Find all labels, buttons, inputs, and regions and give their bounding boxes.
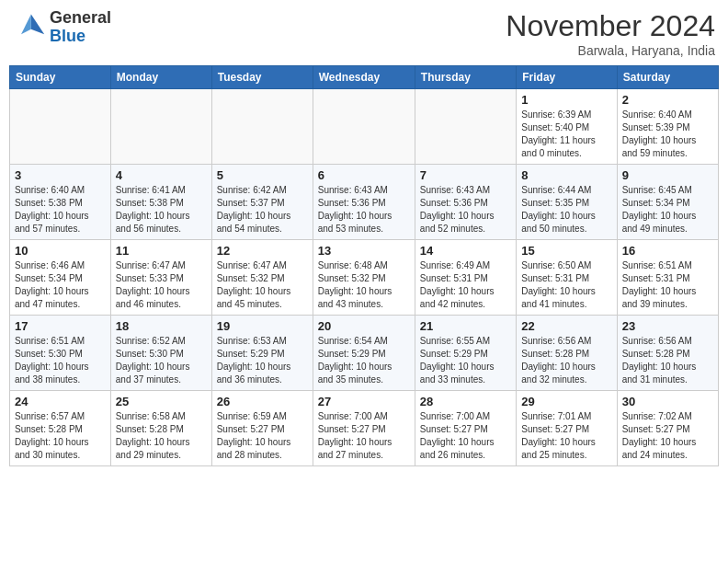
day-info: Sunrise: 6:40 AM Sunset: 5:39 PM Dayligh… xyxy=(622,109,713,160)
day-info: Sunrise: 6:46 AM Sunset: 5:34 PM Dayligh… xyxy=(15,259,106,311)
day-cell xyxy=(110,89,211,165)
day-number: 11 xyxy=(116,244,207,258)
day-number: 20 xyxy=(318,319,410,333)
weekday-header-friday: Friday xyxy=(517,66,617,89)
day-number: 25 xyxy=(116,395,207,408)
day-info: Sunrise: 6:56 AM Sunset: 5:28 PM Dayligh… xyxy=(622,335,713,386)
day-number: 9 xyxy=(622,168,713,182)
day-info: Sunrise: 6:43 AM Sunset: 5:36 PM Dayligh… xyxy=(318,184,410,236)
month-title: November 2024 xyxy=(506,9,715,43)
day-cell: 12Sunrise: 6:47 AM Sunset: 5:32 PM Dayli… xyxy=(211,240,313,316)
day-info: Sunrise: 6:44 AM Sunset: 5:35 PM Dayligh… xyxy=(521,184,611,236)
day-number: 30 xyxy=(622,395,713,408)
day-cell: 18Sunrise: 6:52 AM Sunset: 5:30 PM Dayli… xyxy=(110,316,211,391)
weekday-header-tuesday: Tuesday xyxy=(211,66,313,89)
day-cell: 3Sunrise: 6:40 AM Sunset: 5:38 PM Daylig… xyxy=(10,165,111,240)
day-number: 15 xyxy=(521,244,611,258)
day-number: 6 xyxy=(318,168,410,182)
day-number: 5 xyxy=(217,168,308,182)
day-cell: 13Sunrise: 6:48 AM Sunset: 5:32 PM Dayli… xyxy=(313,240,415,316)
day-cell: 25Sunrise: 6:58 AM Sunset: 5:28 PM Dayli… xyxy=(110,391,211,466)
day-cell: 29Sunrise: 7:01 AM Sunset: 5:27 PM Dayli… xyxy=(517,391,617,466)
day-number: 21 xyxy=(420,319,511,333)
day-number: 29 xyxy=(521,395,611,408)
day-cell xyxy=(211,89,313,165)
day-cell: 8Sunrise: 6:44 AM Sunset: 5:35 PM Daylig… xyxy=(517,165,617,240)
day-info: Sunrise: 7:02 AM Sunset: 5:27 PM Dayligh… xyxy=(622,410,713,462)
week-row-2: 3Sunrise: 6:40 AM Sunset: 5:38 PM Daylig… xyxy=(10,165,719,240)
day-cell xyxy=(415,89,516,165)
day-cell: 5Sunrise: 6:42 AM Sunset: 5:37 PM Daylig… xyxy=(211,165,313,240)
day-cell: 30Sunrise: 7:02 AM Sunset: 5:27 PM Dayli… xyxy=(617,391,718,466)
day-number: 17 xyxy=(15,319,106,333)
day-number: 18 xyxy=(116,319,207,333)
day-number: 8 xyxy=(521,168,611,182)
day-info: Sunrise: 6:45 AM Sunset: 5:34 PM Dayligh… xyxy=(622,184,713,236)
day-number: 1 xyxy=(521,93,611,107)
day-cell: 15Sunrise: 6:50 AM Sunset: 5:31 PM Dayli… xyxy=(517,240,617,316)
week-row-1: 1Sunrise: 6:39 AM Sunset: 5:40 PM Daylig… xyxy=(10,89,719,165)
day-cell: 19Sunrise: 6:53 AM Sunset: 5:29 PM Dayli… xyxy=(211,316,313,391)
day-cell: 10Sunrise: 6:46 AM Sunset: 5:34 PM Dayli… xyxy=(10,240,111,316)
weekday-header-saturday: Saturday xyxy=(617,66,718,89)
day-cell: 26Sunrise: 6:59 AM Sunset: 5:27 PM Dayli… xyxy=(211,391,313,466)
day-info: Sunrise: 6:48 AM Sunset: 5:32 PM Dayligh… xyxy=(318,259,410,311)
day-info: Sunrise: 6:51 AM Sunset: 5:30 PM Dayligh… xyxy=(15,335,106,386)
day-cell: 24Sunrise: 6:57 AM Sunset: 5:28 PM Dayli… xyxy=(10,391,111,466)
day-cell: 28Sunrise: 7:00 AM Sunset: 5:27 PM Dayli… xyxy=(415,391,516,466)
day-number: 19 xyxy=(217,319,308,333)
day-cell: 14Sunrise: 6:49 AM Sunset: 5:31 PM Dayli… xyxy=(415,240,516,316)
day-info: Sunrise: 6:54 AM Sunset: 5:29 PM Dayligh… xyxy=(318,335,410,386)
day-cell: 1Sunrise: 6:39 AM Sunset: 5:40 PM Daylig… xyxy=(517,89,617,165)
day-number: 10 xyxy=(15,244,106,258)
week-row-4: 17Sunrise: 6:51 AM Sunset: 5:30 PM Dayli… xyxy=(10,316,719,391)
day-number: 7 xyxy=(420,168,511,182)
title-block: November 2024 Barwala, Haryana, India xyxy=(506,9,715,58)
day-info: Sunrise: 6:40 AM Sunset: 5:38 PM Dayligh… xyxy=(15,184,106,236)
weekday-header-wednesday: Wednesday xyxy=(313,66,415,89)
day-info: Sunrise: 6:53 AM Sunset: 5:29 PM Dayligh… xyxy=(217,335,308,386)
day-number: 12 xyxy=(217,244,308,258)
day-info: Sunrise: 6:41 AM Sunset: 5:38 PM Dayligh… xyxy=(116,184,207,236)
day-info: Sunrise: 6:42 AM Sunset: 5:37 PM Dayligh… xyxy=(217,184,308,236)
weekday-header-monday: Monday xyxy=(110,66,211,89)
day-number: 14 xyxy=(420,244,511,258)
day-cell: 6Sunrise: 6:43 AM Sunset: 5:36 PM Daylig… xyxy=(313,165,415,240)
day-number: 22 xyxy=(521,319,611,333)
day-number: 26 xyxy=(217,395,308,408)
logo-general: General xyxy=(50,9,111,28)
weekday-header-thursday: Thursday xyxy=(415,66,516,89)
day-info: Sunrise: 6:55 AM Sunset: 5:29 PM Dayligh… xyxy=(420,335,511,386)
day-info: Sunrise: 6:57 AM Sunset: 5:28 PM Dayligh… xyxy=(15,410,106,462)
logo-icon xyxy=(13,11,46,44)
day-cell: 21Sunrise: 6:55 AM Sunset: 5:29 PM Dayli… xyxy=(415,316,516,391)
weekday-header-sunday: Sunday xyxy=(10,66,111,89)
logo-text: General Blue xyxy=(50,9,111,46)
day-number: 16 xyxy=(622,244,713,258)
week-row-3: 10Sunrise: 6:46 AM Sunset: 5:34 PM Dayli… xyxy=(10,240,719,316)
day-number: 13 xyxy=(318,244,410,258)
day-cell: 20Sunrise: 6:54 AM Sunset: 5:29 PM Dayli… xyxy=(313,316,415,391)
day-number: 28 xyxy=(420,395,511,408)
day-cell: 2Sunrise: 6:40 AM Sunset: 5:39 PM Daylig… xyxy=(617,89,718,165)
day-cell: 17Sunrise: 6:51 AM Sunset: 5:30 PM Dayli… xyxy=(10,316,111,391)
day-cell: 7Sunrise: 6:43 AM Sunset: 5:36 PM Daylig… xyxy=(415,165,516,240)
weekday-header-row: SundayMondayTuesdayWednesdayThursdayFrid… xyxy=(10,66,719,89)
day-info: Sunrise: 6:58 AM Sunset: 5:28 PM Dayligh… xyxy=(116,410,207,462)
svg-marker-0 xyxy=(31,14,44,34)
day-info: Sunrise: 6:49 AM Sunset: 5:31 PM Dayligh… xyxy=(420,259,511,311)
day-cell: 9Sunrise: 6:45 AM Sunset: 5:34 PM Daylig… xyxy=(617,165,718,240)
day-cell: 23Sunrise: 6:56 AM Sunset: 5:28 PM Dayli… xyxy=(617,316,718,391)
day-number: 2 xyxy=(622,93,713,107)
day-number: 3 xyxy=(15,168,106,182)
calendar-table: SundayMondayTuesdayWednesdayThursdayFrid… xyxy=(9,65,719,466)
day-number: 24 xyxy=(15,395,106,408)
day-number: 27 xyxy=(318,395,410,408)
day-number: 23 xyxy=(622,319,713,333)
day-info: Sunrise: 6:43 AM Sunset: 5:36 PM Dayligh… xyxy=(420,184,511,236)
day-number: 4 xyxy=(116,168,207,182)
day-info: Sunrise: 7:00 AM Sunset: 5:27 PM Dayligh… xyxy=(420,410,511,462)
day-cell xyxy=(313,89,415,165)
day-info: Sunrise: 7:01 AM Sunset: 5:27 PM Dayligh… xyxy=(521,410,611,462)
logo: General Blue xyxy=(13,9,111,46)
